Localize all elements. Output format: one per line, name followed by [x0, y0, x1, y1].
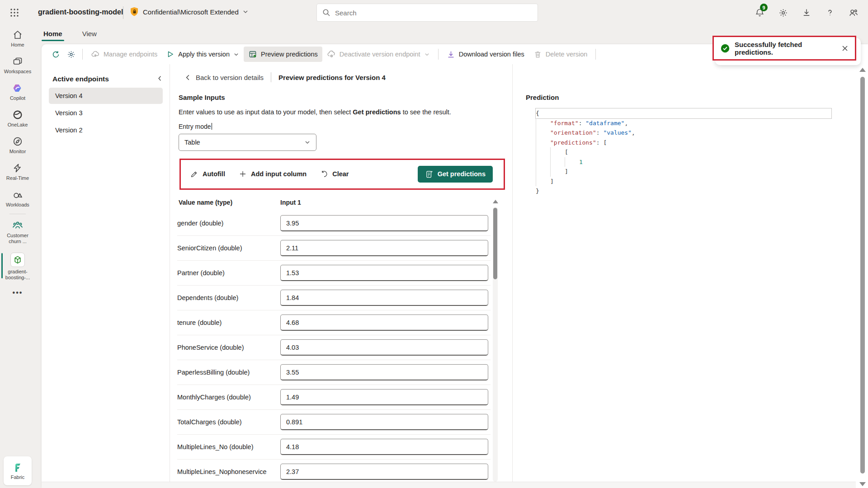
endpoint-settings-button[interactable] — [63, 47, 79, 61]
notifications-button[interactable]: 9 — [748, 0, 771, 25]
nav-more-button[interactable]: ••• — [0, 285, 35, 301]
global-search[interactable] — [316, 4, 538, 22]
input-row: Dependents (double) — [177, 286, 491, 310]
get-predictions-button[interactable]: Get predictions — [418, 166, 493, 183]
manage-endpoints-button[interactable]: Manage endpoints — [86, 47, 162, 62]
value-name-label: TotalCharges (double) — [177, 418, 280, 426]
input-row: MultipleLines_Nophoneservice — [177, 460, 491, 482]
input-value-field[interactable] — [280, 240, 488, 256]
chevron-down-icon — [424, 52, 430, 57]
input-value-field[interactable] — [280, 314, 488, 331]
code-line[interactable]: [ — [536, 147, 831, 157]
chevron-down-icon — [233, 52, 239, 57]
preview-predictions-button[interactable]: Preview predictions — [244, 47, 322, 62]
scroll-down-icon[interactable] — [859, 482, 866, 486]
code-line[interactable]: "predictions": [ — [536, 138, 831, 148]
sensitivity-label-button[interactable]: Confidential\Microsoft Extended — [129, 6, 249, 17]
table-scrollbar — [492, 199, 498, 482]
help-icon — [826, 8, 835, 17]
indent-guide — [565, 157, 579, 167]
endpoint-version-item[interactable]: Version 2 — [49, 122, 163, 138]
input-value-field[interactable] — [280, 439, 488, 455]
value-name-label: Partner (double) — [177, 269, 280, 277]
toast-notification: Successfully fetched predictions. — [712, 36, 856, 61]
indent-guide — [536, 118, 550, 128]
input-actions-bar: Autofill Add input column Clear Get pred… — [184, 164, 501, 184]
table-preview-icon — [248, 50, 257, 59]
delete-version-button[interactable]: Delete version — [529, 47, 592, 62]
nav-item-copilot[interactable]: Copilot — [0, 79, 35, 105]
breadcrumb: Back to version details Preview predicti… — [184, 72, 386, 82]
scrollbar-thumb[interactable] — [493, 208, 497, 279]
nav-item-monitor[interactable]: Monitor — [0, 132, 35, 159]
workloads-icon — [12, 189, 23, 200]
code-line[interactable]: ] — [536, 167, 831, 177]
scroll-up-icon[interactable] — [859, 68, 866, 72]
indent-guide — [536, 138, 550, 148]
collapse-panel-button[interactable] — [156, 75, 163, 82]
code-line[interactable]: "orientation": "values", — [536, 128, 831, 138]
nav-item-customer-churn[interactable]: Customer churn ... — [0, 216, 35, 249]
input-value-field[interactable] — [280, 215, 488, 231]
deactivate-version-endpoint-button[interactable]: Deactivate version endpoint — [322, 47, 434, 62]
home-icon — [12, 29, 23, 40]
help-button[interactable] — [818, 0, 842, 25]
indent-guide — [536, 147, 550, 157]
search-input[interactable] — [335, 9, 532, 17]
monitor-icon — [12, 136, 23, 147]
code-line-selected[interactable]: { — [535, 108, 832, 119]
add-input-column-button[interactable]: Add input column — [233, 166, 312, 182]
nav-item-realtime[interactable]: Real-Time — [0, 159, 35, 185]
downloads-button[interactable] — [795, 0, 818, 25]
indent-guide — [550, 157, 565, 167]
indent-guide — [536, 128, 550, 138]
endpoint-version-item[interactable]: Version 4 — [49, 88, 163, 104]
input-value-field[interactable] — [280, 265, 488, 281]
tab-view[interactable]: View — [80, 26, 99, 42]
entry-mode-dropdown[interactable]: Table — [179, 134, 316, 151]
input-value-field[interactable] — [280, 290, 488, 306]
input-value-field[interactable] — [280, 364, 488, 380]
code-line[interactable]: 1 — [536, 157, 831, 167]
panel-divider — [170, 64, 170, 488]
settings-button[interactable] — [771, 0, 795, 25]
nav-item-gradient-boosting-model[interactable]: gradient-boosting-... — [0, 249, 35, 285]
toolbar-divider — [82, 49, 83, 60]
input-value-field[interactable] — [280, 339, 488, 356]
tab-home[interactable]: Home — [42, 26, 64, 42]
horizontal-scrollbar-track[interactable] — [42, 482, 856, 488]
endpoint-version-item[interactable]: Version 3 — [49, 105, 163, 121]
refresh-button[interactable] — [48, 47, 63, 61]
nav-item-onelake[interactable]: OneLake — [0, 105, 35, 132]
back-to-version-details-link[interactable]: Back to version details — [184, 74, 264, 81]
nav-item-home[interactable]: Home — [0, 25, 35, 52]
close-icon[interactable] — [840, 43, 850, 54]
input-row: PaperlessBilling (double) — [177, 360, 491, 385]
waffle-menu-icon[interactable] — [10, 8, 19, 17]
input-value-field[interactable] — [280, 414, 488, 430]
input-value-field[interactable] — [280, 464, 488, 480]
nav-item-workloads[interactable]: Workloads — [0, 185, 35, 212]
scroll-up-icon[interactable] — [493, 200, 498, 203]
fabric-home-button[interactable]: Fabric — [4, 456, 32, 485]
nav-item-workspaces[interactable]: Workspaces — [0, 52, 35, 79]
apply-this-version-button[interactable]: Apply this version — [162, 47, 244, 61]
chevron-left-icon — [156, 75, 163, 82]
clipboard-sparkle-icon — [425, 170, 434, 178]
download-version-files-button[interactable]: Download version files — [442, 47, 529, 62]
code-line[interactable]: ] — [536, 177, 831, 187]
input-row: gender (double) — [177, 211, 491, 236]
value-name-label: tenure (double) — [177, 319, 280, 326]
window-scrollbar-thumb[interactable] — [860, 77, 865, 474]
code-line[interactable]: } — [536, 186, 831, 196]
code-line[interactable]: "format": "dataframe", — [536, 118, 831, 128]
account-button[interactable] — [842, 0, 865, 25]
autofill-button[interactable]: Autofill — [184, 166, 231, 182]
input-row: tenure (double) — [177, 310, 491, 335]
indent-guide — [550, 147, 565, 157]
input-value-field[interactable] — [280, 389, 488, 405]
toolbar-divider — [438, 49, 439, 60]
clear-button[interactable]: Clear — [315, 166, 354, 182]
gear-icon — [67, 50, 75, 59]
endpoint-version-list: Version 4Version 3Version 2 — [49, 88, 163, 139]
